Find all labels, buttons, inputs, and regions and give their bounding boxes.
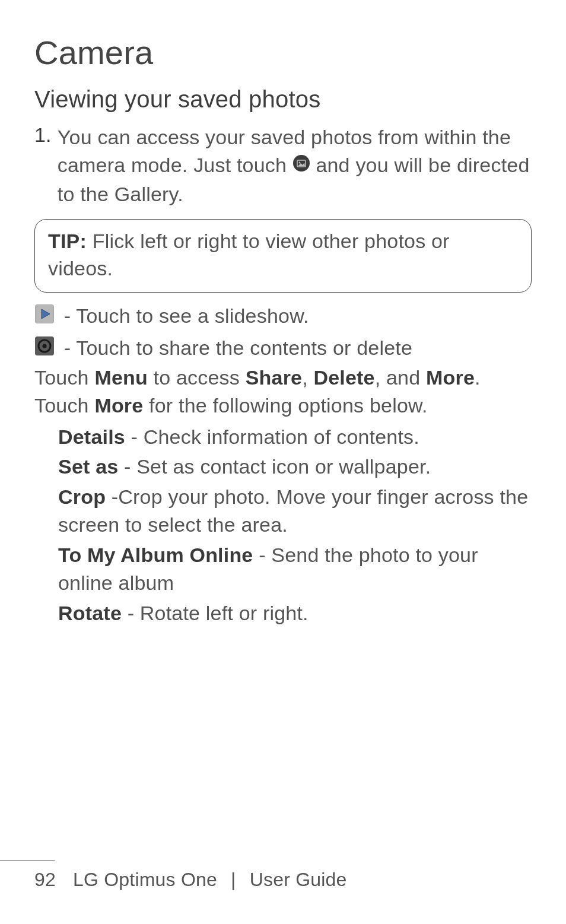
footer-doc: User Guide bbox=[250, 869, 347, 890]
share-word: Share bbox=[246, 366, 303, 389]
gallery-icon bbox=[292, 151, 310, 179]
options-text: - Touch to share the contents or delete bbox=[58, 336, 412, 359]
m-a: Touch bbox=[34, 394, 94, 417]
opt-crop: Crop -Crop your photo. Move your finger … bbox=[58, 483, 532, 539]
more-line: Touch More for the following options bel… bbox=[34, 392, 532, 420]
svg-point-0 bbox=[293, 155, 310, 172]
t-b: to access bbox=[148, 366, 246, 389]
footer-product: LG Optimus One bbox=[73, 869, 217, 890]
delete-word: Delete bbox=[313, 366, 374, 389]
tip-box: TIP: Flick left or right to view other p… bbox=[34, 219, 532, 293]
menu-word: Menu bbox=[94, 366, 148, 389]
step-1: 1. You can access your saved photos from… bbox=[34, 123, 532, 208]
tip-label: TIP: bbox=[48, 230, 87, 252]
opt-setas: Set as - Set as contact icon or wallpape… bbox=[58, 453, 532, 481]
slideshow-text: - Touch to see a slideshow. bbox=[58, 304, 309, 327]
play-icon bbox=[34, 303, 55, 332]
slideshow-line: - Touch to see a slideshow. bbox=[34, 302, 532, 332]
tip-text: TIP: Flick left or right to view other p… bbox=[48, 228, 518, 282]
opt-rotate-label: Rotate bbox=[58, 602, 122, 624]
opt-rotate: Rotate - Rotate left or right. bbox=[58, 599, 532, 627]
step-text: You can access your saved photos from wi… bbox=[58, 123, 532, 208]
opt-details: Details - Check information of contents. bbox=[58, 423, 532, 451]
opt-details-label: Details bbox=[58, 426, 125, 448]
footer-text: 92 LG Optimus One | User Guide bbox=[34, 869, 532, 891]
m-b: for the following options below. bbox=[143, 394, 427, 417]
page-title: Camera bbox=[34, 33, 532, 72]
t-c: , bbox=[302, 366, 313, 389]
opt-crop-label: Crop bbox=[58, 485, 106, 508]
svg-point-2 bbox=[298, 162, 300, 164]
opt-setas-label: Set as bbox=[58, 455, 118, 478]
t-a: Touch bbox=[34, 366, 94, 389]
menu-line: Touch Menu to access Share, Delete, and … bbox=[34, 364, 532, 392]
t-e: . bbox=[475, 366, 481, 389]
t-d: , and bbox=[375, 366, 426, 389]
opt-album-label: To My Album Online bbox=[58, 544, 253, 566]
footer: 92 LG Optimus One | User Guide bbox=[0, 860, 566, 891]
more-word-2: More bbox=[94, 394, 143, 417]
opt-rotate-text: - Rotate left or right. bbox=[122, 602, 309, 624]
page-number: 92 bbox=[34, 869, 56, 890]
opt-details-text: - Check information of contents. bbox=[125, 426, 419, 448]
section-title: Viewing your saved photos bbox=[34, 86, 532, 113]
opt-album: To My Album Online - Send the photo to y… bbox=[58, 541, 532, 597]
more-options: Details - Check information of contents.… bbox=[34, 423, 532, 627]
options-line: - Touch to share the contents or delete bbox=[34, 334, 532, 364]
footer-sep: | bbox=[231, 869, 236, 890]
svg-point-7 bbox=[43, 344, 47, 348]
opt-setas-text: - Set as contact icon or wallpaper. bbox=[118, 455, 431, 478]
step-number: 1. bbox=[34, 123, 52, 208]
options-icon bbox=[34, 335, 55, 364]
footer-rule bbox=[0, 860, 55, 861]
tip-body: Flick left or right to view other photos… bbox=[48, 230, 450, 280]
more-word: More bbox=[426, 366, 475, 389]
opt-crop-text: -Crop your photo. Move your finger acros… bbox=[58, 485, 528, 536]
